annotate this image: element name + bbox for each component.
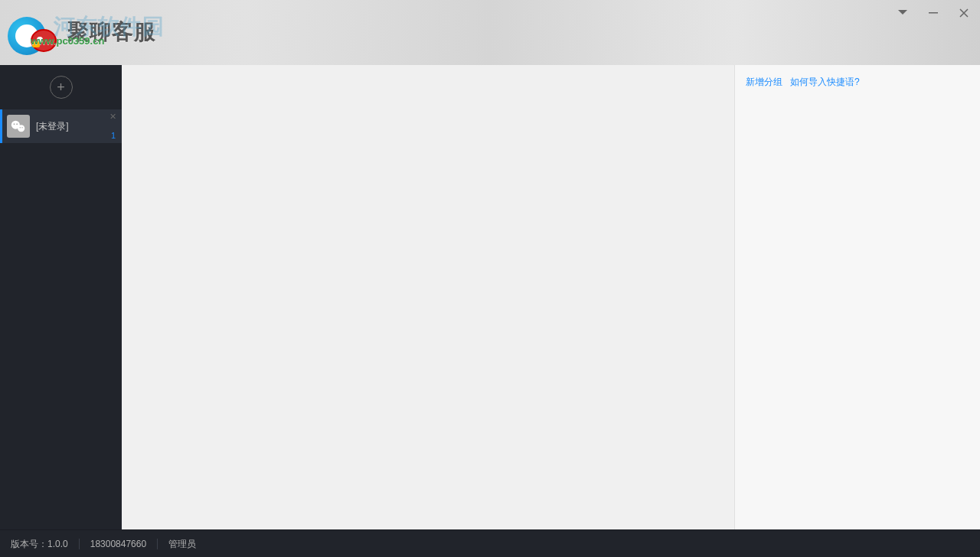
account-item[interactable]: [未登录] ✕ 1 [0,109,122,143]
svg-point-2 [18,125,24,132]
import-shortcuts-link[interactable]: 如何导入快捷语? [790,76,860,89]
right-panel: 新增分组 如何导入快捷语? [735,65,980,529]
account-status-label: [未登录] [36,120,69,133]
add-section: + [0,65,122,109]
statusbar: 版本号：1.0.0 18300847660 管理员 [0,529,980,557]
close-icon[interactable] [956,6,972,20]
svg-point-3 [14,123,15,125]
close-account-icon[interactable]: ✕ [109,112,117,120]
watermark-text: www.pc0359.cn [31,35,104,47]
center-panel [122,65,735,529]
right-links: 新增分组 如何导入快捷语? [746,76,969,89]
add-account-button[interactable]: + [50,76,73,99]
menu-icon[interactable] [894,6,911,20]
plus-icon: + [57,80,65,96]
window-controls [894,0,980,65]
svg-rect-0 [929,12,938,14]
version-label: 版本号：1.0.0 [11,539,80,549]
svg-point-6 [21,127,22,128]
user-role: 管理员 [158,539,207,549]
minimize-icon[interactable] [925,6,942,20]
svg-point-4 [16,123,18,125]
sidebar: + [未登录] ✕ 1 [0,65,122,529]
wechat-icon [7,115,30,138]
svg-point-5 [20,127,21,128]
session-id: 18300847660 [80,539,158,549]
account-badge: 1 [111,131,116,140]
logo-area: 河东软件园 聚聊客服 www.pc0359.cn [0,0,156,65]
main-content: + [未登录] ✕ 1 新增分组 如何导入快捷语? [0,65,980,529]
add-group-link[interactable]: 新增分组 [746,76,782,89]
titlebar: 河东软件园 聚聊客服 www.pc0359.cn [0,0,980,65]
